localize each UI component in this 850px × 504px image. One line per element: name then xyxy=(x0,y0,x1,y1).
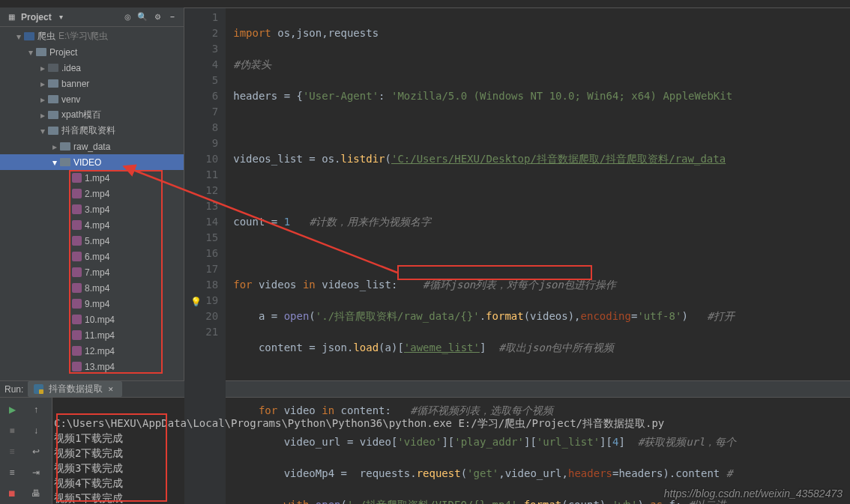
intention-bulb-icon[interactable] xyxy=(190,294,202,310)
project-sidebar: ▦ Project ▾ 爬虫 E:\学习\爬虫 ▾ Project ▸.idea… xyxy=(0,7,184,380)
folder-icon xyxy=(48,79,58,88)
expand-icon[interactable] xyxy=(137,12,148,22)
mp4-icon xyxy=(72,189,82,198)
mp4-icon xyxy=(72,220,82,230)
tree-file[interactable]: 5.mp4 xyxy=(0,233,184,249)
dump-threads-icon[interactable] xyxy=(4,465,19,480)
scroll-end-icon[interactable] xyxy=(28,465,43,480)
folder-icon xyxy=(48,127,58,135)
chevron-down-icon[interactable] xyxy=(56,12,67,22)
tree-file[interactable]: 3.mp4 xyxy=(0,201,184,217)
folder-icon xyxy=(48,64,58,72)
tree-file[interactable]: 9.mp4 xyxy=(0,296,184,312)
up-icon[interactable] xyxy=(28,402,43,417)
print-icon[interactable]: 🖶 xyxy=(28,486,43,501)
down-icon[interactable] xyxy=(28,423,43,438)
tree-folder[interactable]: ▸banner xyxy=(0,76,184,91)
mp4-icon xyxy=(72,299,82,309)
exit-icon[interactable]: ⏹ xyxy=(4,486,19,501)
mp4-icon xyxy=(72,330,82,340)
tree-file[interactable]: 6.mp4 xyxy=(0,249,184,264)
tree-project[interactable]: ▾ Project xyxy=(0,44,184,60)
mp4-icon xyxy=(72,173,82,183)
console-line: 视频4下载完成 xyxy=(54,477,123,489)
run-panel: Run: 抖音数据提取 ■ ≡ ⏹ 🖶 C:\Us xyxy=(0,380,850,504)
rerun-icon[interactable] xyxy=(4,402,19,417)
tree-root-path: E:\学习\爬虫 xyxy=(58,30,108,43)
tree-file[interactable]: 11.mp4 xyxy=(0,327,184,343)
mp4-icon xyxy=(72,252,82,261)
tree-folder[interactable]: ▸venv xyxy=(0,91,184,107)
watermark: https://blog.csdn.net/weixin_43582473 xyxy=(664,488,843,500)
project-icon: ▦ xyxy=(6,12,16,22)
run-tab[interactable]: 抖音数据提取 xyxy=(28,381,122,397)
autoscroll-icon[interactable] xyxy=(122,12,133,22)
tree-file[interactable]: 4.mp4 xyxy=(0,217,184,233)
tree-folder[interactable]: ▾抖音爬取资料 xyxy=(0,123,184,139)
folder-icon xyxy=(48,95,58,103)
console-line: 视频5下载完成 xyxy=(54,492,123,504)
python-icon xyxy=(34,384,43,394)
editor: 哔哩哔哩弹幕爬取.py 抖音数据提取.py 果壳.py 有道词典.py 扇贝.p… xyxy=(184,7,850,380)
settings-icon[interactable] xyxy=(152,12,163,22)
tree-file[interactable]: 12.mp4 xyxy=(0,343,184,359)
folder-icon xyxy=(60,142,70,151)
project-tree[interactable]: ▾ 爬虫 E:\学习\爬虫 ▾ Project ▸.idea ▸banner ▸… xyxy=(0,27,184,380)
console-line: 视频2下载完成 xyxy=(54,447,123,459)
tree-folder[interactable]: ▸.idea xyxy=(0,60,184,76)
hide-icon[interactable] xyxy=(167,12,178,22)
folder-icon xyxy=(36,48,46,56)
mp4-icon xyxy=(72,362,82,371)
mp4-icon xyxy=(72,267,82,277)
folder-icon xyxy=(60,158,70,166)
run-label: Run: xyxy=(4,384,23,395)
mp4-icon xyxy=(72,236,82,246)
stop-icon[interactable]: ■ xyxy=(4,423,19,438)
tree-root-label: 爬虫 xyxy=(37,30,55,43)
mp4-icon xyxy=(72,283,82,293)
project-panel-header: ▦ Project xyxy=(0,7,184,27)
tree-folder[interactable]: ▸xpath模百 xyxy=(0,107,184,123)
tree-file[interactable]: 2.mp4 xyxy=(0,186,184,201)
tree-file[interactable]: 7.mp4 xyxy=(0,264,184,280)
console-line: 视频3下载完成 xyxy=(54,462,123,474)
tree-file[interactable]: 13.mp4 xyxy=(0,359,184,374)
tree-file[interactable]: 10.mp4 xyxy=(0,312,184,327)
mp4-icon xyxy=(72,346,82,356)
project-panel-title: Project xyxy=(21,12,52,22)
mp4-icon xyxy=(72,315,82,324)
console-line: 视频1下载完成 xyxy=(54,432,123,444)
close-icon[interactable] xyxy=(106,384,116,395)
mp4-icon xyxy=(72,204,82,214)
module-icon xyxy=(24,32,34,40)
tree-folder-rawdata[interactable]: ▸raw_data xyxy=(0,139,184,154)
tree-file[interactable]: 8.mp4 xyxy=(0,280,184,296)
tree-file[interactable]: 1.mp4 xyxy=(0,170,184,186)
soft-wrap-icon[interactable] xyxy=(28,444,43,459)
pause-icon[interactable]: ≡ xyxy=(4,444,19,459)
folder-icon xyxy=(48,111,58,119)
run-toolbar: ■ ≡ ⏹ 🖶 xyxy=(0,398,52,504)
tree-folder-video[interactable]: ▾VIDEO xyxy=(0,154,184,170)
tree-root[interactable]: ▾ 爬虫 E:\学习\爬虫 xyxy=(0,28,184,44)
console-cmd: C:\Users\HEXU\AppData\Local\Programs\Pyt… xyxy=(54,417,664,429)
